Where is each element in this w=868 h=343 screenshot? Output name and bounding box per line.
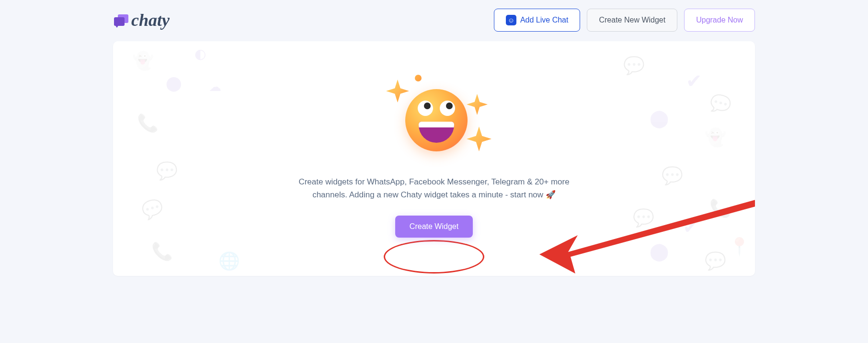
bg-icon: 🌐	[218, 251, 240, 271]
bg-icon: 📞	[151, 241, 173, 262]
sparkle-icon	[386, 80, 409, 103]
description-text: Create widgets for WhatsApp, Facebook Me…	[281, 175, 587, 201]
annotation-highlight-ellipse	[384, 240, 484, 274]
logo-icon	[113, 13, 128, 27]
emoji-illustration	[377, 70, 491, 166]
dot-icon	[415, 75, 422, 81]
upgrade-now-label: Upgrade Now	[696, 16, 743, 24]
sparkle-icon	[467, 126, 491, 151]
sparkle-icon	[467, 94, 488, 115]
header: chaty Add Live Chat Create New Widget Up…	[113, 9, 755, 32]
header-buttons: Add Live Chat Create New Widget Upgrade …	[494, 9, 755, 32]
create-widget-button[interactable]: Create Widget	[395, 216, 473, 238]
bg-icon: 💬	[705, 251, 726, 271]
upgrade-now-button[interactable]: Upgrade Now	[684, 9, 755, 32]
create-new-widget-button[interactable]: Create New Widget	[587, 9, 677, 32]
add-live-chat-button[interactable]: Add Live Chat	[494, 9, 581, 32]
bg-icon: ⬤	[650, 241, 669, 262]
logo-text: chaty	[131, 10, 170, 30]
smiley-face-icon	[405, 89, 468, 151]
bg-icon: ◐	[194, 46, 206, 62]
bg-icon: 📍	[729, 237, 750, 257]
chat-icon	[506, 15, 516, 25]
main-card: 👻 ◐ ⬤ ☁ 📞 💬 💬 📞 🌐 💬 ✔ 💬 ⬤ 👻 💬 📞 ✔ 💬 ⬤ 💬 …	[113, 41, 755, 276]
logo[interactable]: chaty	[113, 10, 170, 30]
bg-icon: 👻	[132, 51, 154, 71]
add-live-chat-label: Add Live Chat	[520, 16, 569, 24]
create-new-widget-label: Create New Widget	[599, 16, 665, 24]
